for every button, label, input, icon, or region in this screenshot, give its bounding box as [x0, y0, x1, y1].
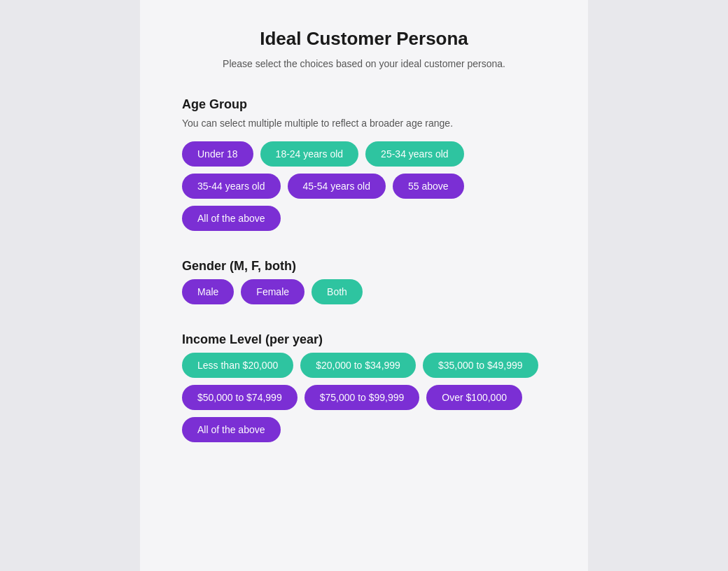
chip-income-level-6[interactable]: All of the above [182, 417, 281, 442]
section-title-income-level: Income Level (per year) [182, 332, 546, 347]
chip-gender-0[interactable]: Male [182, 279, 234, 304]
chip-gender-1[interactable]: Female [241, 279, 304, 304]
chips-container-gender: MaleFemaleBoth [182, 279, 546, 304]
page-container: Ideal Customer Persona Please select the… [140, 0, 588, 571]
chip-age-group-5[interactable]: 55 above [393, 174, 464, 199]
section-gender: Gender (M, F, both)MaleFemaleBoth [182, 259, 546, 304]
chip-age-group-1[interactable]: 18-24 years old [260, 141, 359, 167]
chip-income-level-4[interactable]: $75,000 to $99,999 [304, 385, 420, 410]
page-title: Ideal Customer Persona [182, 28, 546, 50]
page-subtitle: Please select the choices based on your … [182, 58, 546, 69]
chip-age-group-6[interactable]: All of the above [182, 206, 281, 231]
chip-income-level-3[interactable]: $50,000 to $74,999 [182, 385, 298, 410]
chip-age-group-0[interactable]: Under 18 [182, 141, 253, 167]
chip-gender-2[interactable]: Both [312, 279, 363, 304]
chip-income-level-5[interactable]: Over $100,000 [426, 385, 522, 410]
chip-income-level-1[interactable]: $20,000 to $34,999 [300, 353, 416, 378]
section-title-gender: Gender (M, F, both) [182, 259, 546, 274]
chip-age-group-4[interactable]: 45-54 years old [288, 174, 386, 199]
section-title-age-group: Age Group [182, 97, 546, 112]
sections-container: Age GroupYou can select multiple multipl… [182, 97, 546, 442]
section-income-level: Income Level (per year)Less than $20,000… [182, 332, 546, 442]
chips-container-income-level: Less than $20,000$20,000 to $34,999$35,0… [182, 353, 546, 442]
section-age-group: Age GroupYou can select multiple multipl… [182, 97, 546, 231]
chip-age-group-3[interactable]: 35-44 years old [182, 174, 281, 199]
chip-income-level-2[interactable]: $35,000 to $49,999 [423, 353, 538, 378]
chips-container-age-group: Under 1818-24 years old25-34 years old35… [182, 141, 546, 231]
chip-income-level-0[interactable]: Less than $20,000 [182, 353, 293, 378]
section-description-age-group: You can select multiple multiple to refl… [182, 118, 546, 129]
chip-age-group-2[interactable]: 25-34 years old [365, 141, 464, 167]
